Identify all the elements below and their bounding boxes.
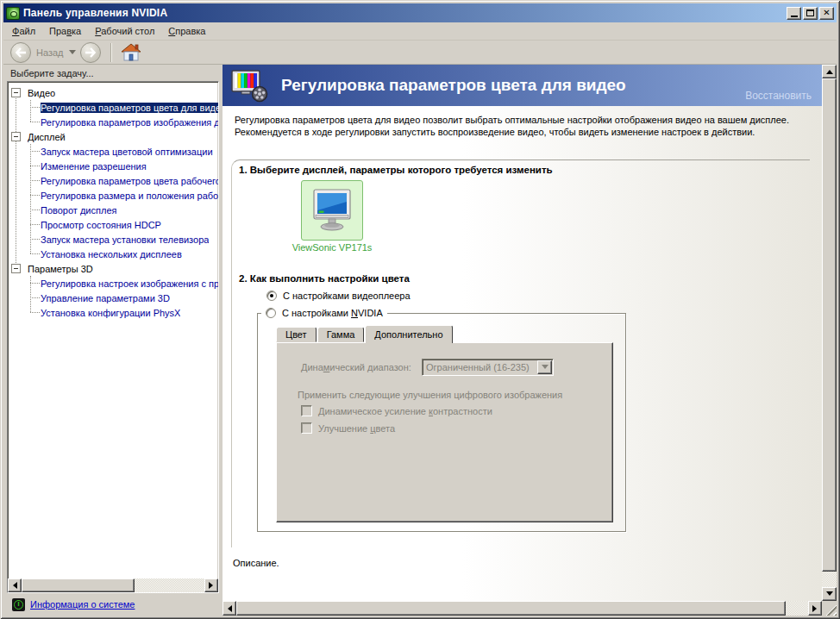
tree-item-label: Управление параметрами 3D — [41, 293, 170, 303]
tree-item-3d-settings[interactable]: Управление параметрами 3D — [8, 291, 218, 305]
page-intro: Регулировка параметров цвета для видео п… — [223, 106, 822, 159]
system-info-link[interactable]: Информация о системе — [30, 599, 135, 610]
advanced-tab-panel: Динамический диапазон: Ограниченный (16-… — [276, 342, 613, 522]
home-button[interactable] — [121, 43, 141, 62]
tree-item-multi-display[interactable]: Установка нескольких дисплеев — [8, 247, 218, 261]
tree-item-label: Регулировка параметров цвета для видео — [41, 103, 218, 113]
tree-item-label: Регулировка настроек изображения с просм… — [41, 278, 218, 289]
scrollbar-track[interactable] — [822, 78, 837, 587]
combo-dropdown-button[interactable] — [537, 360, 552, 374]
tree-item-label: Установка конфигурации PhysX — [41, 308, 180, 318]
scrollbar-thumb[interactable] — [22, 578, 135, 592]
radio-player-label: С настройками видеоплеера — [283, 291, 411, 301]
main-vertical-scrollbar[interactable] — [822, 65, 837, 601]
radio-player-settings[interactable] — [266, 291, 277, 301]
scrollbar-track[interactable] — [236, 601, 808, 616]
radio-nvidia-settings[interactable] — [266, 308, 276, 318]
scroll-left-button[interactable] — [8, 578, 22, 592]
tree-item-label: Регулировка размера и положения рабочего… — [41, 191, 218, 201]
arrow-left-icon — [9, 582, 17, 589]
collapse-icon[interactable] — [11, 88, 21, 97]
menu-item-edit[interactable]: Правка — [42, 23, 88, 39]
tree-item-resolution[interactable]: Изменение разрешения — [8, 159, 218, 173]
scroll-down-button[interactable] — [822, 587, 837, 601]
tree-item-video-color[interactable]: Регулировка параметров цвета для видео — [8, 100, 218, 115]
minimize-button[interactable] — [787, 7, 801, 20]
scroll-up-button[interactable] — [822, 65, 837, 78]
tree-group-video[interactable]: Видео — [8, 85, 218, 100]
settings-section: 1. Выберите дисплей, параметры которого … — [231, 159, 810, 547]
tree-item-rotation[interactable]: Поворот дисплея — [8, 203, 218, 217]
dynamic-range-select[interactable]: Ограниченный (16-235) — [422, 359, 554, 376]
arrow-up-icon — [826, 66, 833, 74]
tree-item-label: Запуск мастера цветовой оптимизации — [41, 147, 213, 157]
tree-item-label: Установка нескольких дисплеев — [41, 249, 182, 259]
nvidia-app-icon — [6, 7, 20, 20]
menu-item-desktop[interactable]: Рабочий стол — [88, 23, 161, 39]
tree-item-color-wizard[interactable]: Запуск мастера цветовой оптимизации — [8, 144, 218, 159]
restore-link[interactable]: Восстановить — [745, 90, 812, 102]
scrollbar-thumb[interactable] — [822, 78, 837, 572]
scroll-right-button[interactable] — [204, 578, 218, 592]
close-button[interactable]: ✕ — [819, 7, 834, 20]
scrollbar-thumb[interactable] — [236, 601, 786, 616]
tab-advanced[interactable]: Дополнительно — [365, 325, 452, 343]
checkbox-contrast-label: Динамическое усиление контрастности — [318, 406, 492, 416]
enhancements-label: Применить следующие улучшения цифрового … — [298, 390, 562, 400]
maximize-button[interactable] — [803, 7, 818, 20]
minimize-icon — [791, 16, 798, 17]
forward-button[interactable] — [80, 42, 101, 63]
tree-item-video-image[interactable]: Регулировка параметров изображения для в… — [8, 115, 218, 129]
menu-item-file[interactable]: Файл — [5, 23, 42, 39]
main-column: Регулировка параметров цвета для видео В… — [223, 65, 822, 616]
tree-item-label: Запуск мастера установки телевизора — [41, 234, 209, 245]
arrow-right-icon — [209, 582, 216, 589]
collapse-icon[interactable] — [11, 264, 21, 273]
menu-item-help[interactable]: Справка — [161, 23, 212, 39]
intro-line-2: Рекомендуется в ходе регулировки запусти… — [235, 126, 822, 138]
resize-grip[interactable] — [822, 601, 837, 616]
tree-group-label: Дисплей — [28, 132, 66, 142]
back-history-dropdown[interactable] — [69, 50, 76, 58]
tree-item-tv-wizard[interactable]: Запуск мастера установки телевизора — [8, 232, 218, 247]
menu-bar: Файл Правка Рабочий стол Справка — [3, 22, 837, 41]
scroll-left-button[interactable] — [223, 601, 236, 616]
tab-color[interactable]: Цвет — [276, 327, 317, 342]
chevron-down-icon — [542, 365, 549, 372]
scroll-right-button[interactable] — [808, 601, 822, 616]
tab-gamma[interactable]: Гамма — [317, 327, 365, 342]
tree-group-display[interactable]: Дисплей — [8, 129, 218, 144]
tree-item-size-position[interactable]: Регулировка размера и положения рабочего… — [8, 188, 218, 203]
display-picker: ViewSonic VP171s — [287, 180, 377, 253]
radio-nvidia-label: С настройками NVIDIA — [282, 308, 383, 318]
dynamic-range-value: Ограниченный (16-235) — [423, 362, 537, 372]
page-banner: Регулировка параметров цвета для видео В… — [223, 65, 822, 106]
collapse-icon[interactable] — [11, 132, 21, 141]
tree-item-desktop-color[interactable]: Регулировка параметров цвета рабочего ст… — [8, 173, 218, 188]
window-frame: Панель управления NVIDIA ✕ Файл Правка Р… — [3, 3, 837, 616]
task-tree-viewport: Видео Регулировка параметров цвета для в… — [8, 82, 218, 578]
section2-title: 2. Как выполнить настройки цвета — [239, 273, 810, 284]
page-content: Регулировка параметров цвета для видео п… — [223, 106, 822, 601]
back-button[interactable] — [10, 42, 31, 63]
description-text: Описание. — [233, 558, 822, 568]
tree-item-image-preview[interactable]: Регулировка настроек изображения с просм… — [8, 276, 218, 291]
display-tile-viewsonic[interactable] — [301, 180, 363, 241]
tree-horizontal-scrollbar[interactable] — [8, 578, 218, 592]
arrow-right-icon — [812, 605, 820, 612]
video-color-icon — [231, 68, 271, 103]
tree-item-label: Просмотр состояния HDCP — [41, 220, 161, 230]
checkbox-dynamic-contrast[interactable] — [301, 405, 312, 416]
checkbox-color-enhance[interactable] — [301, 422, 312, 434]
tree-item-hdcp[interactable]: Просмотр состояния HDCP — [8, 217, 218, 232]
toolbar-separator — [110, 43, 111, 62]
scrollbar-track[interactable] — [22, 578, 204, 592]
vertical-scrollbar-column — [822, 65, 837, 616]
main-horizontal-scrollbar[interactable] — [223, 601, 822, 616]
tree-item-physx[interactable]: Установка конфигурации PhysX — [8, 305, 218, 320]
app-window: Панель управления NVIDIA ✕ Файл Правка Р… — [0, 0, 840, 619]
checkbox-color-label: Улучшение цвета — [318, 423, 395, 434]
tree-group-3d[interactable]: Параметры 3D — [8, 261, 218, 276]
close-icon: ✕ — [823, 9, 830, 17]
back-button-label: Назад — [36, 47, 64, 58]
